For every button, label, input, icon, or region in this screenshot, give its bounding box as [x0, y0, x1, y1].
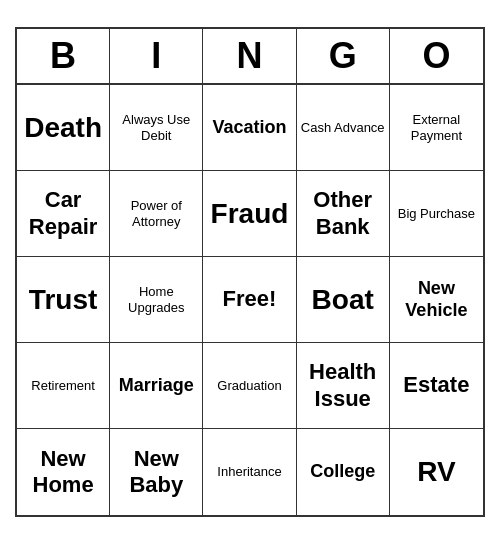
bingo-cell: Trust: [17, 257, 110, 343]
cell-text: Free!: [223, 286, 277, 312]
bingo-cell: RV: [390, 429, 483, 515]
bingo-grid: DeathAlways Use DebitVacationCash Advanc…: [17, 85, 483, 515]
bingo-cell: Vacation: [203, 85, 296, 171]
cell-text: Inheritance: [217, 464, 281, 480]
bingo-cell: Car Repair: [17, 171, 110, 257]
header-letter: N: [203, 29, 296, 83]
bingo-cell: Other Bank: [297, 171, 390, 257]
cell-text: Vacation: [212, 117, 286, 139]
cell-text: RV: [417, 455, 455, 489]
bingo-cell: Boat: [297, 257, 390, 343]
bingo-cell: Always Use Debit: [110, 85, 203, 171]
bingo-cell: College: [297, 429, 390, 515]
cell-text: External Payment: [394, 112, 479, 143]
cell-text: Boat: [312, 283, 374, 317]
bingo-cell: Big Purchase: [390, 171, 483, 257]
cell-text: Marriage: [119, 375, 194, 397]
bingo-cell: Free!: [203, 257, 296, 343]
cell-text: Other Bank: [301, 187, 385, 240]
bingo-cell: Graduation: [203, 343, 296, 429]
header-letter: G: [297, 29, 390, 83]
cell-text: New Vehicle: [394, 278, 479, 321]
bingo-cell: Health Issue: [297, 343, 390, 429]
bingo-cell: External Payment: [390, 85, 483, 171]
cell-text: Death: [24, 111, 102, 145]
bingo-card: BINGO DeathAlways Use DebitVacationCash …: [15, 27, 485, 517]
bingo-cell: Cash Advance: [297, 85, 390, 171]
cell-text: New Baby: [114, 446, 198, 499]
bingo-cell: Retirement: [17, 343, 110, 429]
cell-text: Home Upgrades: [114, 284, 198, 315]
cell-text: Power of Attorney: [114, 198, 198, 229]
header-letter: I: [110, 29, 203, 83]
cell-text: Health Issue: [301, 359, 385, 412]
cell-text: Always Use Debit: [114, 112, 198, 143]
bingo-cell: Home Upgrades: [110, 257, 203, 343]
cell-text: Estate: [403, 372, 469, 398]
bingo-cell: Power of Attorney: [110, 171, 203, 257]
cell-text: Car Repair: [21, 187, 105, 240]
cell-text: College: [310, 461, 375, 483]
bingo-cell: Death: [17, 85, 110, 171]
bingo-cell: Inheritance: [203, 429, 296, 515]
cell-text: Trust: [29, 283, 97, 317]
bingo-cell: New Baby: [110, 429, 203, 515]
bingo-cell: Estate: [390, 343, 483, 429]
header-letter: O: [390, 29, 483, 83]
cell-text: New Home: [21, 446, 105, 499]
bingo-cell: Marriage: [110, 343, 203, 429]
bingo-cell: New Vehicle: [390, 257, 483, 343]
bingo-header: BINGO: [17, 29, 483, 85]
cell-text: Big Purchase: [398, 206, 475, 222]
cell-text: Cash Advance: [301, 120, 385, 136]
bingo-cell: New Home: [17, 429, 110, 515]
cell-text: Fraud: [211, 197, 289, 231]
bingo-cell: Fraud: [203, 171, 296, 257]
header-letter: B: [17, 29, 110, 83]
cell-text: Graduation: [217, 378, 281, 394]
cell-text: Retirement: [31, 378, 95, 394]
